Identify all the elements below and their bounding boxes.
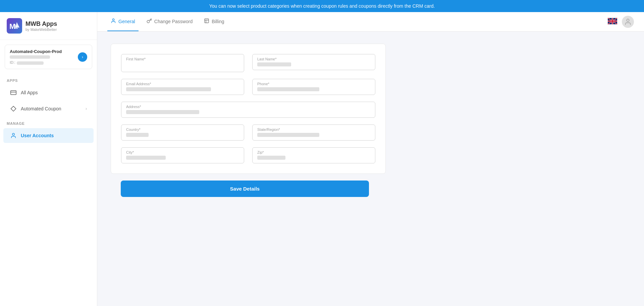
top-banner: You can now select product categories wh…	[0, 0, 644, 12]
header-right	[608, 16, 634, 28]
address-wrapper: Address*	[121, 102, 375, 118]
chevron-right-icon: ›	[82, 54, 83, 59]
general-tab-label: General	[118, 19, 135, 24]
form-group-address: Address*	[121, 102, 375, 118]
user-accounts-label: User Accounts	[21, 133, 54, 138]
form-group-email: Email Address*	[121, 79, 244, 95]
phone-label: Phone*	[257, 82, 370, 86]
banner-text: You can now select product categories wh…	[209, 3, 435, 9]
svg-marker-6	[11, 106, 16, 111]
email-blur	[126, 87, 211, 91]
first-name-wrapper: First Name*	[121, 54, 244, 72]
save-details-button[interactable]: Save Details	[121, 181, 369, 197]
form-group-phone: Phone*	[252, 79, 375, 95]
form-row-contact: Email Address* Phone*	[121, 79, 375, 95]
last-name-wrapper: Last Name*	[252, 54, 375, 70]
form-container: First Name* Last Name*	[97, 32, 399, 209]
billing-tab-label: Billing	[212, 19, 224, 24]
form-row-address: Address*	[121, 102, 375, 118]
country-blur	[126, 133, 149, 137]
svg-rect-9	[205, 19, 209, 23]
form-row-name: First Name* Last Name*	[121, 54, 375, 72]
profile-form-card: First Name* Last Name*	[111, 44, 386, 174]
form-row-country-state: Country* State/Region*	[121, 124, 375, 141]
sidebar-item-automated-coupon[interactable]: Automated Coupon ›	[3, 101, 94, 116]
logo-text: MWB Apps by MakeWebBetter	[25, 20, 57, 32]
key-tab-icon	[147, 18, 152, 24]
avatar-icon	[624, 18, 632, 26]
mwb-logo-icon: M	[7, 18, 22, 34]
address-blur	[126, 110, 199, 114]
tab-general[interactable]: General	[107, 12, 139, 31]
state-wrapper: State/Region*	[252, 124, 375, 141]
diamond-icon	[10, 105, 17, 112]
account-selector[interactable]: Automated-Coupon-Prod ID:: ›	[5, 45, 92, 69]
apps-section-label: APPS	[0, 74, 97, 85]
city-blur	[126, 156, 166, 160]
manage-section-label: MANAGE	[0, 117, 97, 128]
zip-label: Zip*	[257, 150, 370, 154]
form-group-last-name: Last Name*	[252, 54, 375, 72]
form-group-city: City*	[121, 147, 244, 163]
all-apps-label: All Apps	[21, 90, 38, 95]
state-label: State/Region*	[257, 128, 370, 132]
svg-point-13	[627, 19, 629, 21]
account-id-blur	[17, 61, 44, 65]
language-selector[interactable]	[608, 18, 617, 26]
phone-wrapper: Phone*	[252, 79, 375, 95]
form-group-state: State/Region*	[252, 124, 375, 141]
first-name-label: First Name*	[126, 57, 239, 61]
automated-coupon-label: Automated Coupon	[21, 106, 61, 111]
city-wrapper: City*	[121, 147, 244, 163]
sidebar-item-all-apps[interactable]: All Apps	[3, 85, 94, 100]
billing-tab-icon	[204, 18, 209, 24]
account-name: Automated-Coupon-Prod	[10, 49, 62, 54]
email-wrapper: Email Address*	[121, 79, 244, 95]
form-group-country: Country*	[121, 124, 244, 141]
country-label: Country*	[126, 128, 239, 132]
svg-point-7	[12, 133, 14, 135]
last-name-blur	[257, 62, 291, 66]
form-row-city-zip: City* Zip*	[121, 147, 375, 163]
account-id-label: ID::	[10, 60, 15, 64]
user-avatar-button[interactable]	[622, 16, 634, 28]
zip-wrapper: Zip*	[252, 147, 375, 163]
logo-subtitle: by MakeWebBetter	[25, 28, 57, 32]
zip-blur	[257, 156, 285, 160]
tabs-header: General Change Password	[97, 12, 644, 32]
account-expand-button[interactable]: ›	[78, 52, 87, 62]
general-tab-icon	[111, 18, 116, 24]
first-name-input[interactable]	[126, 63, 239, 68]
address-label: Address*	[126, 105, 370, 109]
country-wrapper: Country*	[121, 124, 244, 141]
phone-blur	[257, 87, 319, 91]
state-blur	[257, 133, 319, 137]
city-label: City*	[126, 150, 239, 154]
automated-coupon-chevron: ›	[86, 106, 87, 111]
sidebar-item-user-accounts[interactable]: User Accounts	[3, 128, 94, 143]
change-password-tab-label: Change Password	[154, 19, 193, 24]
main-content: General Change Password	[97, 12, 644, 306]
logo-area: M MWB Apps by MakeWebBetter	[0, 12, 97, 40]
logo-title: MWB Apps	[25, 20, 57, 28]
form-group-zip: Zip*	[252, 147, 375, 163]
sidebar: M MWB Apps by MakeWebBetter Automated-Co…	[0, 12, 97, 306]
user-accounts-icon	[10, 132, 17, 139]
account-info: Automated-Coupon-Prod ID::	[10, 49, 62, 65]
svg-text:M: M	[9, 22, 15, 31]
account-email-blur	[10, 55, 50, 59]
tab-billing[interactable]: Billing	[201, 12, 227, 31]
credit-card-icon	[10, 89, 17, 96]
svg-point-8	[112, 19, 114, 20]
last-name-label: Last Name*	[257, 57, 370, 61]
tab-change-password[interactable]: Change Password	[143, 12, 196, 31]
uk-flag-icon	[608, 18, 617, 24]
svg-rect-4	[11, 91, 16, 95]
form-group-first-name: First Name*	[121, 54, 244, 72]
email-label: Email Address*	[126, 82, 239, 86]
